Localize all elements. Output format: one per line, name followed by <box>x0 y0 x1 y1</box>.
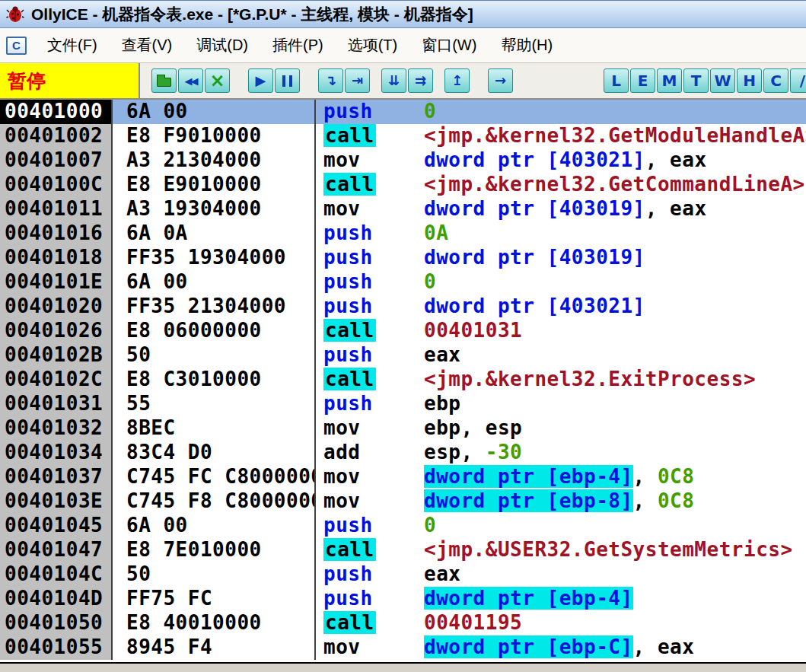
menu-help[interactable]: 帮助(H) <box>489 29 564 62</box>
disasm-row[interactable]: 00401020FF35 21304000pushdword ptr [4030… <box>0 295 806 319</box>
disasm-row[interactable]: 00401007A3 21304000movdword ptr [403021]… <box>0 148 806 173</box>
disasm-cell: call<jmp.&kernel32.GetModuleHandleA> <box>316 124 806 148</box>
bytes-cell: 83C4 D0 <box>113 441 316 465</box>
mnemonic: call <box>323 611 376 634</box>
bytes-cell: E8 E9010000 <box>113 173 316 197</box>
bytes-cell: 8BEC <box>113 416 316 441</box>
pause-icon <box>282 75 292 87</box>
mnemonic: push <box>323 562 373 585</box>
run-button[interactable]: ▶ <box>248 68 273 93</box>
mnemonic: call <box>323 173 376 196</box>
disasm-row[interactable]: 0040103155pushebp <box>0 392 806 416</box>
disasm-row[interactable]: 004010006A 00push0 <box>0 100 806 124</box>
disasm-row[interactable]: 0040103EC745 F8 C8000000movdword ptr [eb… <box>0 489 806 514</box>
step-into-button[interactable]: ↴ <box>318 68 343 93</box>
address-cell: 0040102C <box>0 368 113 392</box>
disasm-row[interactable]: 00401047E8 7E010000call<jmp.&USER32.GetS… <box>0 538 806 562</box>
operand: <jmp.&kernel32.ExitProcess> <box>424 368 756 390</box>
disasm-row[interactable]: 0040102B50pusheax <box>0 343 806 368</box>
bytes-cell: A3 21304000 <box>113 148 316 173</box>
disasm-row[interactable]: 0040102CE8 C3010000call<jmp.&kernel32.Ex… <box>0 368 806 392</box>
disasm-row[interactable]: 00401050E8 40010000call00401195 <box>0 611 806 635</box>
disasm-row[interactable]: 0040101E6A 00push0 <box>0 270 806 295</box>
bytes-cell: E8 40010000 <box>113 611 316 635</box>
execute-till-return-button[interactable]: ↥ <box>444 68 470 93</box>
disasm-row[interactable]: 004010558945 F4movdword ptr [ebp-C], eax <box>0 635 806 660</box>
mnemonic: push <box>323 246 373 269</box>
animate-over-icon: ⇉ <box>415 74 426 88</box>
child-window-icon[interactable]: C <box>6 37 27 55</box>
operand: dword ptr [403019] <box>424 246 645 269</box>
app-icon <box>6 5 24 24</box>
disasm-row[interactable]: 0040103483C4 D0addesp, -30 <box>0 441 806 465</box>
disasm-row[interactable]: 00401037C745 FC C8000000movdword ptr [eb… <box>0 465 806 489</box>
operand: <jmp.&kernel32.GetModuleHandleA> <box>424 124 806 147</box>
disasm-cell: call00401031 <box>316 319 806 343</box>
disasm-row[interactable]: 00401011A3 19304000movdword ptr [403019]… <box>0 197 806 221</box>
cpu-window-button[interactable]: C <box>763 68 788 93</box>
goto-button[interactable]: → <box>488 68 513 93</box>
disasm-row[interactable]: 004010456A 00push0 <box>0 514 806 538</box>
animate-over-button[interactable]: ⇉ <box>408 68 433 93</box>
operand: dword ptr [403021] <box>424 148 645 171</box>
mnemonic: mov <box>323 465 360 488</box>
disasm-row[interactable]: 00401018FF35 19304000pushdword ptr [4030… <box>0 246 806 270</box>
open-file-button[interactable] <box>151 68 177 93</box>
handles-window-button[interactable]: H <box>737 68 762 93</box>
mnemonic: push <box>323 221 373 244</box>
address-cell: 0040104C <box>0 562 113 587</box>
goto-icon: → <box>495 74 506 88</box>
restart-button[interactable]: ◀◀ <box>178 68 203 93</box>
menu-window[interactable]: 窗口(W) <box>410 29 488 62</box>
operand: , eax <box>645 197 707 220</box>
operand: 00401195 <box>424 611 522 634</box>
close-button[interactable]: × <box>205 68 230 93</box>
disasm-cell: movdword ptr [ebp-8], 0C8 <box>316 489 806 514</box>
operand: 00401031 <box>424 319 522 342</box>
threads-window-button[interactable]: T <box>683 68 709 93</box>
disasm-table[interactable]: 004010006A 00push000401002E8 F9010000cal… <box>0 100 806 662</box>
memory-window-button[interactable]: M <box>657 68 682 93</box>
menu-file[interactable]: 文件(F) <box>36 29 109 62</box>
menu-plugins[interactable]: 插件(P) <box>261 29 335 62</box>
menu-options[interactable]: 选项(T) <box>336 29 409 62</box>
toolbar: 暂停 ◀◀ × ▶ ↴ ⇥ ⇊ ⇉ ↥ → L E M T W H C / <box>0 63 806 100</box>
title-bar[interactable]: OllyICE - 机器指令表.exe - [*G.P.U* - 主线程, 模块… <box>0 1 806 28</box>
step-over-button[interactable]: ⇥ <box>345 68 370 93</box>
disasm-row[interactable]: 004010328BECmovebp, esp <box>0 416 806 441</box>
pause-button[interactable] <box>275 68 300 93</box>
disasm-row[interactable]: 004010166A 0Apush0A <box>0 221 806 246</box>
address-cell: 00401018 <box>0 246 113 270</box>
disasm-row[interactable]: 0040104C50pusheax <box>0 562 806 587</box>
operand: -30 <box>486 441 522 463</box>
disasm-row[interactable]: 00401002E8 F9010000call<jmp.&kernel32.Ge… <box>0 124 806 148</box>
disasm-row[interactable]: 0040100CE8 E9010000call<jmp.&kernel32.Ge… <box>0 173 806 197</box>
operand: dword ptr [403021] <box>424 295 645 317</box>
address-cell: 00401047 <box>0 538 113 562</box>
disasm-row[interactable]: 00401026E8 06000000call00401031 <box>0 319 806 343</box>
operand: , eax <box>633 635 695 658</box>
menu-bar: C 文件(F) 查看(V) 调试(D) 插件(P) 选项(T) 窗口(W) 帮助… <box>0 28 806 63</box>
bytes-cell: 50 <box>113 343 316 368</box>
animate-into-button[interactable]: ⇊ <box>381 68 406 93</box>
address-cell: 00401031 <box>0 392 113 416</box>
disasm-cell: movdword ptr [403021], eax <box>316 148 806 173</box>
disasm-row[interactable]: 0040104DFF75 FCpushdword ptr [ebp-4] <box>0 587 806 611</box>
patches-window-button[interactable]: / <box>790 68 806 93</box>
executables-window-button[interactable]: E <box>630 68 655 93</box>
windows-window-button[interactable]: W <box>710 68 735 93</box>
operand: dword ptr [ebp-C] <box>424 635 633 658</box>
address-cell: 00401050 <box>0 611 113 635</box>
operand: , <box>633 465 658 488</box>
disasm-cell: movdword ptr [ebp-4], 0C8 <box>316 465 806 489</box>
operand: 0 <box>424 100 436 123</box>
log-window-button[interactable]: L <box>604 68 629 93</box>
menu-debug[interactable]: 调试(D) <box>185 29 260 62</box>
disasm-cell: movebp, esp <box>316 416 806 441</box>
disasm-cell: pusheax <box>316 343 806 368</box>
operand: , <box>633 489 658 512</box>
bytes-cell: 6A 00 <box>113 514 316 538</box>
disasm-cell: pushdword ptr [403019] <box>316 246 806 270</box>
operand: <jmp.&USER32.GetSystemMetrics> <box>424 538 793 561</box>
menu-view[interactable]: 查看(V) <box>110 29 184 62</box>
